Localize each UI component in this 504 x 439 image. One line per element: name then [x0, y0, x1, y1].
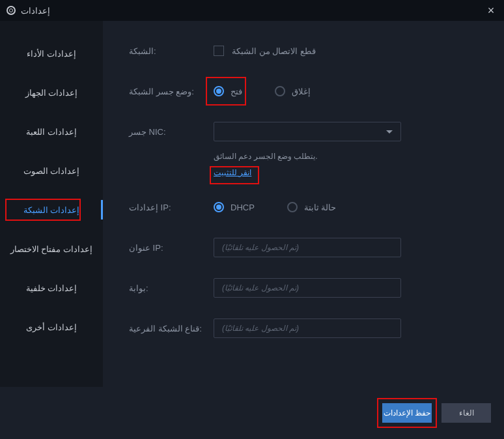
sidebar-item-label: إعدادات الجهاز: [25, 88, 78, 98]
header: إعدادات ×: [0, 0, 504, 21]
sidebar-item-label: إعدادات اللعبة: [26, 127, 77, 137]
nic-select[interactable]: [214, 122, 401, 141]
ip-settings-label: إعدادات IP:: [129, 203, 214, 212]
dhcp-option[interactable]: DHCP: [214, 202, 255, 212]
sidebar-item-network[interactable]: إعدادات الشبكة: [0, 190, 103, 229]
sidebar-item-label: إعدادات خلفية: [26, 283, 77, 293]
network-row: الشبكة: قطع الاتصال من الشبكة: [129, 40, 478, 61]
nic-row: جسر NIC:: [129, 121, 478, 142]
ip-settings-row: إعدادات IP: DHCP حالة ثابتة: [129, 197, 478, 218]
sidebar-item-shortcut[interactable]: إعدادات مفتاح الاختصار: [0, 229, 103, 268]
ip-address-row: عنوان IP: (تم الحصول عليه تلقائيًا): [129, 237, 478, 258]
static-option[interactable]: حالة ثابتة: [287, 202, 337, 212]
nic-label: جسر NIC:: [129, 127, 214, 137]
save-button[interactable]: حفظ الإعدادات: [382, 403, 432, 423]
sidebar-item-label: إعدادات الشبكة: [23, 205, 80, 215]
subnet-input[interactable]: (تم الحصول عليه تلقائيًا): [214, 319, 401, 338]
cancel-button[interactable]: الغاء: [441, 403, 491, 423]
subnet-label: قناع الشبكة الفرعية:: [129, 324, 214, 333]
bridge-open-option[interactable]: فتح: [214, 86, 242, 96]
bridge-open-label: فتح: [231, 87, 242, 96]
sidebar-item-label: إعدادات الأداء: [27, 49, 76, 59]
bridge-mode-label: وضع جسر الشبكة:: [129, 87, 214, 96]
install-link[interactable]: انقر للتثبيت: [214, 168, 251, 177]
close-button[interactable]: ×: [484, 4, 497, 18]
gateway-input[interactable]: (تم الحصول عليه تلقائيًا): [214, 278, 401, 298]
ip-address-input[interactable]: (تم الحصول عليه تلقائيًا): [214, 238, 401, 257]
gear-icon: [7, 6, 16, 15]
header-title-area: إعدادات: [7, 6, 50, 16]
sidebar-item-performance[interactable]: إعدادات الأداء: [0, 34, 103, 73]
sidebar-item-label: إعدادات الصوت: [23, 166, 80, 176]
subnet-placeholder: (تم الحصول عليه تلقائيًا): [222, 324, 299, 333]
disconnect-checkbox[interactable]: [214, 46, 224, 56]
sidebar-item-background[interactable]: إعدادات خلفية: [0, 268, 103, 307]
bridge-close-option[interactable]: إغلاق: [275, 86, 311, 96]
driver-info-text: يتطلب وضع الجسر دعم السائق.: [214, 152, 478, 161]
subnet-row: قناع الشبكة الفرعية: (تم الحصول عليه تلق…: [129, 318, 478, 339]
radio-close[interactable]: [275, 86, 285, 96]
header-title: إعدادات: [21, 6, 50, 16]
static-label: حالة ثابتة: [304, 203, 337, 212]
sidebar-item-audio[interactable]: إعدادات الصوت: [0, 151, 103, 190]
content-area: الشبكة: قطع الاتصال من الشبكة وضع جسر ال…: [103, 21, 504, 387]
radio-dhcp[interactable]: [214, 202, 224, 212]
radio-open[interactable]: [214, 86, 224, 96]
bridge-mode-row: وضع جسر الشبكة: فتح إغلاق: [129, 81, 478, 102]
ip-address-label: عنوان IP:: [129, 243, 214, 253]
save-button-label: حفظ الإعدادات: [384, 408, 430, 418]
radio-static[interactable]: [287, 202, 298, 212]
ip-address-placeholder: (تم الحصول عليه تلقائيًا): [222, 243, 299, 252]
gateway-placeholder: (تم الحصول عليه تلقائيًا): [222, 283, 299, 292]
cancel-button-label: الغاء: [459, 408, 474, 418]
sidebar-item-other[interactable]: إعدادات أخرى: [0, 307, 103, 347]
sidebar-item-label: إعدادات مفتاح الاختصار: [10, 244, 92, 254]
footer: حفظ الإعدادات الغاء: [0, 387, 504, 439]
network-label: الشبكة:: [129, 46, 214, 56]
disconnect-label: قطع الاتصال من الشبكة: [232, 46, 316, 56]
sidebar-item-device[interactable]: إعدادات الجهاز: [0, 73, 103, 112]
chevron-down-icon: [386, 130, 393, 134]
sidebar-item-label: إعدادات أخرى: [26, 322, 77, 332]
main-container: إعدادات الأداء إعدادات الجهاز إعدادات ال…: [0, 21, 504, 387]
gateway-label: بوابة:: [129, 283, 214, 293]
sidebar-item-game[interactable]: إعدادات اللعبة: [0, 112, 103, 151]
sidebar: إعدادات الأداء إعدادات الجهاز إعدادات ال…: [0, 21, 103, 387]
bridge-close-label: إغلاق: [292, 87, 311, 96]
gateway-row: بوابة: (تم الحصول عليه تلقائيًا): [129, 277, 478, 298]
dhcp-label: DHCP: [231, 203, 255, 212]
driver-info-block: يتطلب وضع الجسر دعم السائق. انقر للتثبيت: [129, 152, 478, 177]
